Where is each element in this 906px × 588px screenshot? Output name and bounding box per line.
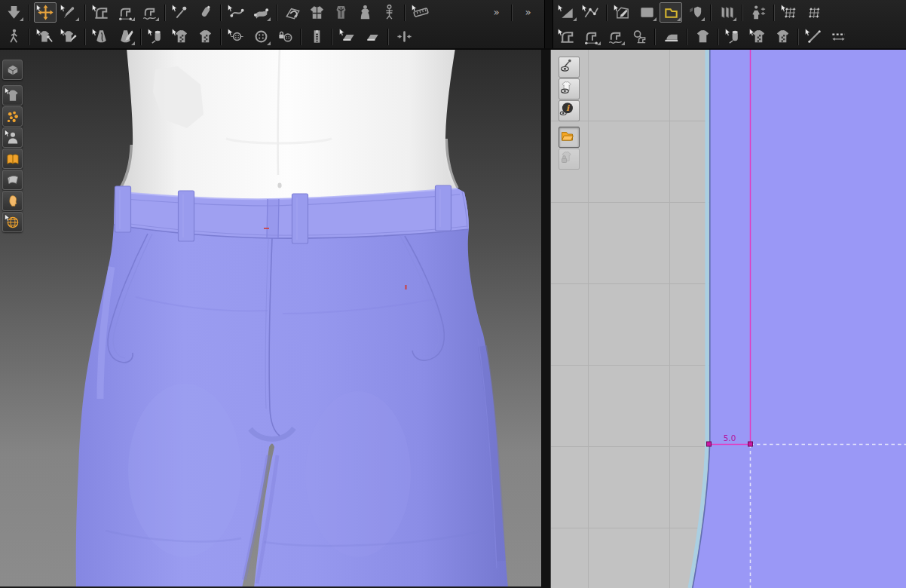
show-garment-toggle[interactable] — [2, 85, 23, 106]
cube-icon — [5, 63, 20, 78]
select-move-tool[interactable] — [34, 2, 57, 23]
free-sewing-tool[interactable] — [114, 2, 136, 23]
edit-seamline-tool[interactable] — [58, 26, 81, 47]
inspect-sewing-tool[interactable] — [628, 26, 650, 47]
display-toggle-strip-3d — [2, 60, 23, 233]
polygon-tool[interactable] — [660, 2, 682, 23]
trace-tool[interactable] — [114, 26, 136, 47]
free-sewing-2d-tool[interactable] — [580, 26, 602, 47]
scene-2d[interactable]: 5.0 — [551, 48, 906, 588]
poly-tool-icon — [663, 4, 680, 21]
scene-3d[interactable] — [0, 48, 541, 588]
mn-sewing-2d-tool[interactable] — [604, 26, 626, 47]
cursor-overlay-icon — [4, 87, 11, 96]
simulate-button[interactable] — [2, 2, 25, 23]
adjust-texture-tool[interactable] — [170, 26, 192, 47]
viewport-3d[interactable] — [0, 48, 541, 588]
fit-garment-button[interactable] — [691, 26, 714, 47]
edit-sewing-tool[interactable] — [34, 26, 57, 47]
tuck-tool[interactable] — [393, 26, 415, 47]
cursor-overlay-icon — [581, 4, 588, 13]
press-plane-icon — [364, 28, 381, 45]
toolbar-separator — [773, 5, 775, 21]
toolbar-separator — [276, 5, 277, 21]
cursor-overlay-icon — [748, 28, 755, 37]
chevrons-icon: » — [488, 4, 505, 21]
edit-sewing-2d-tool[interactable] — [556, 26, 578, 47]
press-seam-tool[interactable] — [660, 26, 682, 47]
show-fabric-toggle[interactable] — [2, 170, 23, 190]
show-pattern-info-toggle[interactable]: i — [559, 100, 580, 121]
iron-icon — [663, 28, 680, 45]
show-avatar-button[interactable] — [354, 2, 376, 23]
arrangement-points-button[interactable] — [378, 2, 400, 23]
avatar-pose-button[interactable] — [2, 26, 25, 47]
fold-arrangement-tool[interactable] — [281, 2, 304, 23]
measurement-point-start[interactable] — [707, 442, 712, 446]
show-silhouette-toggle[interactable] — [559, 78, 580, 100]
texture-all-tool[interactable] — [194, 26, 216, 47]
texture-all-2d-tool[interactable] — [771, 26, 794, 47]
shirt-check-icon — [197, 28, 214, 45]
cursor-overlay-icon — [91, 4, 98, 13]
fabric-library-toggle[interactable] — [2, 149, 23, 169]
toolbar-separator — [140, 29, 142, 45]
toolbar-separator — [220, 5, 222, 21]
edit-curve-band-tool[interactable] — [249, 2, 272, 23]
lock-pattern-toggle[interactable] — [559, 149, 580, 170]
edit-curvature-tool[interactable] — [225, 2, 248, 23]
show-avatar-head-toggle[interactable] — [2, 191, 23, 211]
reset-arrangement-button[interactable] — [305, 2, 328, 23]
lock-shirt-icon — [559, 149, 575, 165]
tape-measure-tool[interactable] — [409, 2, 432, 23]
mn-sewing-tool[interactable] — [138, 2, 161, 23]
pattern-piece[interactable] — [692, 48, 906, 588]
rectangle-tool[interactable] — [635, 2, 658, 23]
show-3d-view-toggle[interactable] — [2, 60, 23, 80]
window-divider[interactable] — [541, 48, 551, 588]
show-avatar-toggle[interactable] — [2, 127, 23, 148]
cursor-overlay-icon — [613, 4, 620, 13]
dart-tool[interactable] — [684, 2, 706, 23]
avatar-display-button[interactable] — [329, 2, 352, 23]
add-point-tool[interactable] — [611, 2, 634, 23]
clone-layer-tool[interactable] — [747, 2, 770, 23]
toolbar-separator — [387, 29, 389, 45]
zipper-tool[interactable] — [305, 26, 328, 47]
internal-line-tool[interactable] — [803, 26, 825, 47]
seam-taping-tool[interactable] — [337, 26, 360, 47]
pleat-arrows-icon — [396, 28, 413, 45]
overflow-left-button[interactable]: » — [485, 2, 507, 23]
pattern-window-2d[interactable]: 5.0 i — [551, 48, 906, 588]
edit-texture-tool[interactable] — [779, 2, 801, 23]
garment-pants[interactable] — [76, 185, 508, 588]
segment-sewing-tool[interactable] — [90, 2, 112, 23]
adjust-texture-2d-tool[interactable] — [747, 26, 770, 47]
select-brush-tool[interactable] — [58, 2, 81, 23]
seam-taping-all-tool[interactable] — [361, 26, 384, 47]
edit-texture-3d-tool[interactable] — [145, 26, 168, 47]
edit-texture-all-tool[interactable] — [803, 2, 825, 23]
cursor-overlay-icon — [60, 4, 66, 13]
show-base-pattern-toggle[interactable] — [559, 127, 580, 148]
basting-measure-tool[interactable] — [827, 26, 849, 47]
select-button-tool[interactable] — [225, 26, 248, 47]
particles-icon — [5, 109, 20, 124]
show-pins-toggle[interactable] — [559, 57, 580, 78]
transform-pattern-tool[interactable] — [556, 2, 578, 23]
buttonhole-lock-tool[interactable] — [274, 26, 296, 47]
tack-tool[interactable] — [194, 2, 216, 23]
pin-tool[interactable] — [170, 2, 192, 23]
edit-pattern-tool[interactable] — [580, 2, 602, 23]
show-arrangement-points-toggle[interactable] — [2, 106, 23, 127]
show-environment-toggle[interactable] — [2, 212, 23, 232]
button-icon — [253, 28, 270, 45]
pleats-tool[interactable] — [715, 2, 738, 23]
sewing-wave-icon — [607, 28, 624, 45]
cursor-overlay-icon — [557, 4, 564, 13]
edit-texture-2d-tool[interactable] — [723, 26, 745, 47]
button-tool[interactable] — [249, 26, 272, 47]
overflow-right-button[interactable]: » — [516, 2, 539, 23]
measurement-point-end[interactable] — [748, 442, 753, 446]
flatten-tool[interactable] — [90, 26, 112, 47]
